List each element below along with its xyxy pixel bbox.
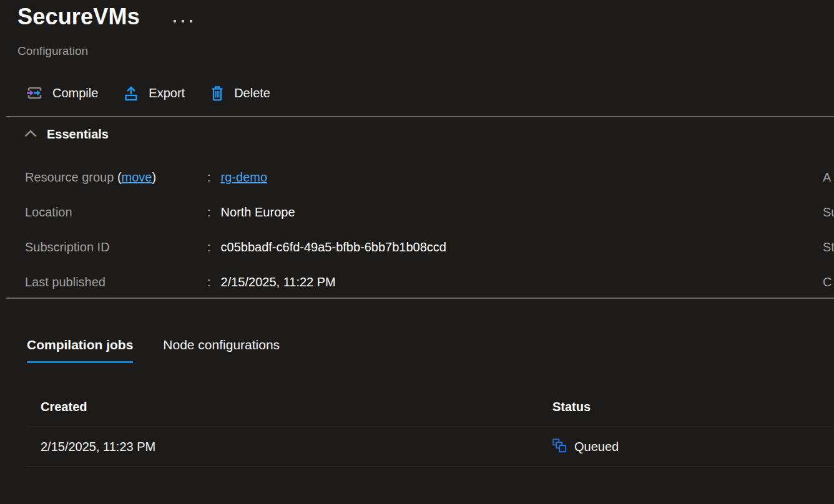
essentials-row-subscription-id: Subscription ID : c05bbadf-c6fd-49a5-bfb… — [25, 230, 446, 264]
status-badge: Queued — [574, 440, 619, 454]
chevron-up-icon — [24, 129, 37, 140]
colon-separator: : — [207, 170, 211, 185]
table-header-row: Created Status — [26, 387, 834, 427]
column-header-created: Created — [26, 400, 552, 414]
resource-group-label: Resource group (move) — [25, 170, 207, 185]
essentials-title: Essentials — [47, 127, 109, 142]
essentials-row-location: Location : North Europe — [25, 195, 446, 230]
ellipsis-icon — [182, 20, 184, 22]
clipped-label: A — [823, 160, 834, 195]
compilation-jobs-table: Created Status 2/15/2025, 11:23 PM Queue… — [26, 387, 834, 467]
essentials-grid: Resource group (move) : rg-demo Location… — [25, 160, 446, 299]
export-button[interactable]: Export — [122, 81, 186, 105]
colon-separator: : — [207, 205, 211, 220]
delete-button-label: Delete — [234, 86, 270, 100]
more-menu-button[interactable] — [170, 16, 196, 26]
tab-bar: Compilation jobs Node configurations — [27, 337, 280, 363]
tab-compilation-jobs[interactable]: Compilation jobs — [27, 337, 133, 363]
move-link[interactable]: move — [122, 170, 152, 184]
resource-group-value-link[interactable]: rg-demo — [221, 170, 267, 185]
delete-button[interactable]: Delete — [208, 81, 272, 105]
export-button-label: Export — [149, 86, 185, 100]
ellipsis-icon — [174, 20, 176, 22]
page-title: SecureVMs — [17, 4, 140, 30]
divider — [6, 116, 834, 117]
divider — [6, 298, 834, 299]
trash-icon — [210, 85, 225, 101]
divider — [26, 467, 834, 467]
compile-arrows-icon — [26, 85, 43, 101]
location-label: Location — [25, 205, 207, 220]
export-upload-icon — [123, 85, 139, 101]
ellipsis-icon — [190, 20, 192, 22]
toolbar: Compile Export Delete — [25, 81, 272, 105]
subscription-id-label: Subscription ID — [25, 240, 207, 254]
colon-separator: : — [207, 240, 211, 254]
tab-node-configurations[interactable]: Node configurations — [163, 337, 280, 363]
subscription-id-value: c05bbadf-c6fd-49a5-bfbb-6bb7b1b08ccd — [221, 240, 446, 254]
clipped-label: C — [823, 264, 834, 299]
column-header-status: Status — [552, 400, 834, 414]
location-value: North Europe — [221, 205, 295, 220]
created-cell: 2/15/2025, 11:23 PM — [26, 440, 552, 454]
page-subtitle: Configuration — [17, 44, 88, 58]
compile-button[interactable]: Compile — [25, 81, 99, 105]
last-published-value: 2/15/2025, 11:22 PM — [221, 275, 336, 289]
clipped-label: Su — [823, 195, 834, 230]
header: SecureVMs — [17, 4, 196, 30]
table-row[interactable]: 2/15/2025, 11:23 PM Queued — [26, 427, 834, 467]
essentials-collapse-header[interactable]: Essentials — [24, 127, 109, 142]
essentials-row-last-published: Last published : 2/15/2025, 11:22 PM — [25, 264, 446, 299]
colon-separator: : — [207, 275, 211, 289]
configuration-page: SecureVMs Configuration Compile — [0, 0, 834, 504]
last-published-label: Last published — [25, 275, 207, 289]
queued-squares-icon — [552, 439, 567, 456]
clipped-label: St — [823, 230, 834, 264]
essentials-right-column-clipped: A Su St C — [823, 160, 834, 299]
essentials-row-resource-group: Resource group (move) : rg-demo — [25, 160, 446, 195]
compile-button-label: Compile — [52, 86, 98, 100]
status-cell: Queued — [552, 439, 834, 456]
